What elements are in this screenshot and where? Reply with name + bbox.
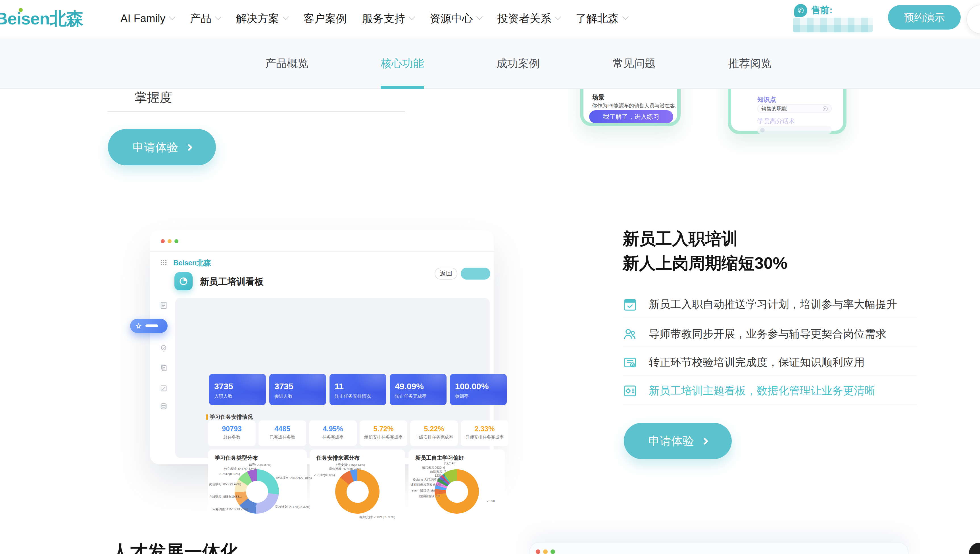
- chevron-down-icon: [555, 14, 561, 20]
- nav-item-products[interactable]: 产品: [190, 11, 220, 26]
- close-window-icon[interactable]: [161, 239, 165, 243]
- logo-green-dot-icon: [19, 8, 23, 12]
- nav-item-solutions[interactable]: 解决方案: [236, 11, 288, 26]
- floating-circle-button[interactable]: [966, 5, 980, 34]
- minimize-window-icon: [543, 549, 548, 554]
- donut-label: 独立考试: 6477(7.13%): [224, 467, 256, 471]
- zoom-window-icon[interactable]: [174, 239, 178, 243]
- scene-card-title: 场景: [592, 93, 605, 102]
- nav-item-resources[interactable]: 资源中心: [430, 11, 482, 26]
- chart-title: 新员工自主学习偏好: [415, 455, 464, 462]
- divider: [107, 111, 405, 112]
- window-traffic-lights: [536, 549, 555, 554]
- feature-bullet-text: 转正环节校验培训完成度，保证知识顺利应用: [649, 355, 865, 370]
- chevron-right-icon: [701, 437, 708, 444]
- chart-title: 学习任务类型分布: [215, 455, 258, 462]
- donut-label: 组织安排: 78021(85.93%): [360, 515, 395, 519]
- donut-label: 编程教程0630: 6: [422, 466, 445, 470]
- ai-assistant-pill[interactable]: [130, 319, 168, 333]
- tab-product-overview[interactable]: 产品概览: [261, 56, 312, 71]
- clipped-intro-text: 掌握度: [135, 89, 172, 106]
- feature-heading-line1: 新员工入职培训: [623, 227, 788, 251]
- donut-chart-card: 任务安排来源分布 上级安排: 115(0.13%) 岗位推荐: 4740(5.2…: [310, 449, 405, 522]
- donut-label: 学习计划: 21170(23.32%): [275, 505, 310, 509]
- divider: [623, 318, 917, 318]
- blurred-primary-button[interactable]: [461, 267, 490, 280]
- stat-card: 2.33%导师安排任务完成率: [461, 420, 509, 446]
- certificate-check-icon: [623, 355, 638, 370]
- feature-bullet-text: 新员工入职自动推送学习计划，培训参与率大幅提升: [649, 297, 897, 312]
- stat-card: 4485已完成任务数: [258, 420, 306, 446]
- mentor-people-icon: [623, 327, 638, 341]
- nav-item-customer-cases[interactable]: 客户案例: [303, 11, 347, 26]
- close-window-icon: [536, 549, 540, 554]
- knowledge-card-subtitle: 学员高分话术: [757, 117, 795, 126]
- stat-card: 5.22%上级安排任务完成率: [410, 420, 458, 446]
- minimize-window-icon[interactable]: [168, 239, 172, 243]
- clipboard-icon[interactable]: [160, 301, 168, 309]
- feature-bullet: 新员工入职自动推送学习计划，培训参与率大幅提升: [623, 295, 918, 315]
- donut-label: -: 7812(8.60%): [314, 473, 335, 477]
- page: 场景 你作为P9能源车的销售人员与潜在客户的初次接 我了解了，进入练习 知识点 …: [0, 0, 980, 554]
- donut-label: 其它: 46: [444, 462, 455, 465]
- feature-bullet: 导师带教同步开展，业务参与辅导更契合岗位需求: [623, 324, 918, 344]
- nav-item-about-beisen[interactable]: 了解北森: [576, 11, 628, 26]
- dashboard-title: 新员工培训看板: [200, 276, 264, 288]
- voice-sample-row: [757, 126, 832, 134]
- dashboard-mockup-window: Beisen北森 新员工培训看板 返回 3735入职人数 3735参训人数 11…: [150, 230, 494, 464]
- divider: [623, 376, 917, 376]
- brand-logo[interactable]: Beisen北森: [0, 7, 83, 31]
- tab-recommended-reading[interactable]: 推荐阅览: [724, 56, 775, 71]
- donut-chart-card: 学习任务类型分布 辅导: 20(0.02%) 独立考试: 6477(7.13%)…: [208, 449, 307, 522]
- donut-label: 在线课程: 9557(10.53...: [209, 495, 242, 499]
- lightbulb-icon[interactable]: [160, 344, 168, 352]
- chevron-down-icon: [215, 14, 221, 20]
- active-tab-underline: [381, 86, 424, 89]
- book-demo-button[interactable]: 预约演示: [888, 5, 961, 30]
- donut-label: 问卷调查: 12519(13.79%): [213, 508, 248, 511]
- apply-trial-button[interactable]: 申请体验: [108, 129, 216, 166]
- donut-label: 前端教程: 7: [430, 470, 446, 474]
- nav-item-ai-family[interactable]: AI Family: [121, 13, 174, 25]
- donut-label: 培训项目: 24682(27.18%): [276, 476, 312, 480]
- apply-trial-label: 申请体验: [133, 140, 178, 155]
- zoom-window-icon: [550, 549, 555, 554]
- knowledge-point-field[interactable]: 销售的职能 ▸: [757, 104, 832, 113]
- window-titlebar: [150, 230, 494, 252]
- donut-label: rstar一级目录rstar一...: [411, 489, 441, 493]
- nav-item-investor-relations[interactable]: 投资者关系: [497, 11, 560, 26]
- donut-label: 他强自他强: 19: [419, 494, 439, 498]
- play-icon[interactable]: ▸: [822, 106, 828, 111]
- donut-label: -: 328: [487, 500, 495, 503]
- chevron-down-icon: [283, 14, 289, 20]
- presale-label: 售前:: [811, 5, 832, 16]
- chevron-down-icon: [409, 14, 415, 20]
- apply-trial-button[interactable]: 申请体验: [624, 423, 732, 459]
- database-icon[interactable]: [160, 402, 168, 410]
- enter-practice-button[interactable]: 我了解了，进入练习: [589, 110, 673, 123]
- donut-label: 岗位推荐: 4740(5.22%): [329, 467, 361, 471]
- tab-success-cases[interactable]: 成功案例: [493, 56, 544, 71]
- feature-bullet-active[interactable]: 新员工培训主题看板，数据化管理让业务更清晰: [623, 381, 918, 401]
- nav-item-support[interactable]: 服务支持: [362, 11, 414, 26]
- donut-chart: [335, 469, 380, 514]
- copy-documents-icon[interactable]: [160, 364, 168, 372]
- apply-trial-label: 申请体验: [649, 433, 694, 449]
- edit-pen-icon[interactable]: [160, 384, 168, 392]
- section-title: 学习任务安排情况: [210, 414, 253, 421]
- product-sub-navigation: 产品概览 核心功能 成功案例 常见问题 推荐阅览: [0, 38, 980, 89]
- donut-label: -: 7812(8.60%): [219, 472, 240, 476]
- donut-label: 岗位学习: 8556(9.42%): [209, 482, 241, 486]
- next-section-heading: 人才发展一体化: [111, 540, 239, 554]
- magic-star-icon: [135, 322, 142, 329]
- app-grid-icon[interactable]: [160, 259, 167, 265]
- feature-bullet: 转正环节校验培训完成度，保证知识顺利应用: [623, 352, 918, 373]
- back-button[interactable]: 返回: [434, 267, 457, 280]
- stat-card: 90793总任务数: [208, 420, 256, 446]
- tab-faq[interactable]: 常见问题: [608, 56, 660, 71]
- chevron-right-icon: [185, 143, 192, 151]
- stat-card: 4.95%任务完成率: [309, 420, 357, 446]
- donut-label: 1231: 8: [434, 474, 445, 477]
- corner-image-fragment: [969, 543, 980, 554]
- tab-core-features[interactable]: 核心功能: [377, 56, 428, 71]
